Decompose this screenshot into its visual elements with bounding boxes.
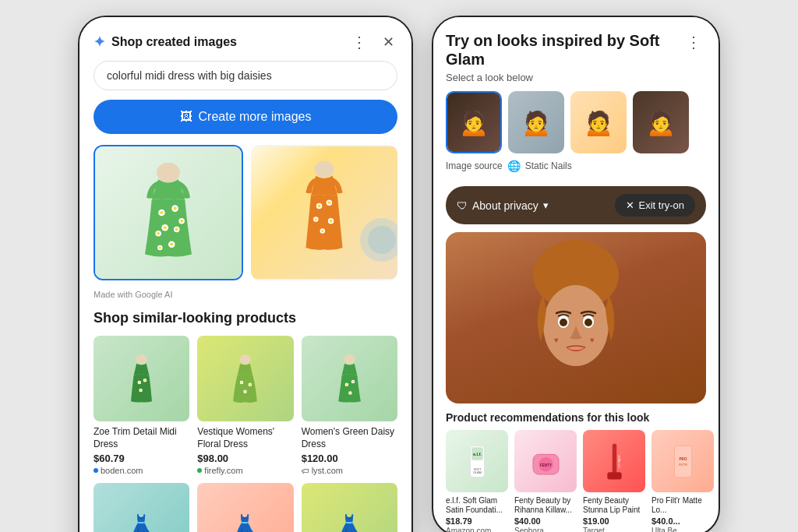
product-name-1: Zoe Trim Detail Midi Dress <box>94 426 189 450</box>
svg-point-50 <box>349 392 351 393</box>
beauty-product-store-3: Target <box>583 527 645 532</box>
svg-point-30 <box>136 354 147 365</box>
right-title: Try on looks inspired by Soft Glam <box>446 31 664 69</box>
look-thumb-1[interactable]: 🙍 <box>446 91 502 153</box>
left-header-title-group: ✦ Shop created images <box>94 33 237 51</box>
product-image-2 <box>197 336 293 421</box>
product-price-2: $98.00 <box>197 453 293 464</box>
product-price-3: $120.00 <box>302 453 397 464</box>
product-store-name-3: lyst.com <box>312 466 343 475</box>
generated-images-grid <box>79 145 411 287</box>
svg-text:GLAM: GLAM <box>473 471 481 474</box>
product-dress-svg-3 <box>332 350 367 408</box>
face-svg: ♥ ♥ <box>498 232 654 403</box>
pro-product-svg: PRO FILT'R <box>662 440 704 483</box>
right-header: Try on looks inspired by Soft Glam ⋮ Sel… <box>433 17 719 186</box>
beauty-product-name-4: Pro Filt'r Matte Lo... <box>651 496 714 515</box>
beauty-product-price-1: $18.79 <box>446 516 508 526</box>
look-thumbnails-row: 🙍 🙍 🙍 🙍 <box>446 91 706 153</box>
look-thumb-face-1: 🙍 <box>458 107 489 137</box>
svg-point-34 <box>144 379 146 381</box>
svg-point-16 <box>180 220 183 223</box>
privacy-bar: 🛡 About privacy ▾ ✕ Exit try-on <box>446 186 706 224</box>
extra-product-card-3[interactable]: 👗 <box>302 483 397 532</box>
product-name-2: Vestique Womens' Floral Dress <box>197 426 293 450</box>
left-header: ✦ Shop created images ⋮ ✕ <box>79 17 411 61</box>
generated-image-orange-dress[interactable] <box>251 145 397 280</box>
beauty-product-store-4: Ulta Be... <box>651 527 714 532</box>
beauty-card-3[interactable]: LIP PAINT Fenty Beauty Stunna Lip Paint … <box>583 430 645 532</box>
svg-text:FILT'R: FILT'R <box>679 463 687 467</box>
right-more-options-button[interactable]: ⋮ <box>683 31 706 53</box>
look-thumb-4[interactable]: 🙍 <box>633 91 689 153</box>
product-name-3: Women's Green Daisy Dress <box>302 426 397 450</box>
generated-image-green-dress[interactable] <box>94 145 243 280</box>
beauty-card-4[interactable]: PRO FILT'R Pro Filt'r Matte Lo... $40.0.… <box>651 430 714 532</box>
svg-point-39 <box>241 381 242 382</box>
beauty-card-2[interactable]: FENTY Fenty Beauty by Rihanna Killaw... … <box>514 430 577 532</box>
svg-point-37 <box>240 354 251 365</box>
svg-text:e.l.f.: e.l.f. <box>472 452 481 456</box>
look-thumb-face-4: 🙍 <box>645 107 676 137</box>
beauty-product-price-4: $40.0... <box>651 516 714 526</box>
store-dot-2 <box>197 468 202 473</box>
look-thumb-face-3: 🙍 <box>583 107 614 137</box>
search-value: colorful midi dress with big daisies <box>107 69 272 82</box>
blue-circle-decoration <box>358 217 397 263</box>
look-thumb-image-4: 🙍 <box>633 91 689 153</box>
image-source-row: Image source 🌐 Static Nails <box>446 160 706 172</box>
more-options-button[interactable]: ⋮ <box>348 31 372 53</box>
svg-point-2 <box>160 211 163 214</box>
svg-point-25 <box>330 220 333 223</box>
look-thumb-image-2: 🙍 <box>508 91 564 153</box>
close-button[interactable]: ✕ <box>380 32 397 52</box>
beauty-product-store-2: Sephora <box>514 527 577 532</box>
green-dress-image <box>95 146 242 279</box>
svg-point-55 <box>560 319 567 326</box>
svg-point-29 <box>368 226 396 254</box>
right-phone: Try on looks inspired by Soft Glam ⋮ Sel… <box>432 16 720 532</box>
svg-point-19 <box>318 205 321 208</box>
left-phone: ✦ Shop created images ⋮ ✕ colorful midi … <box>78 16 413 532</box>
about-privacy-label[interactable]: About privacy <box>472 199 538 212</box>
image-source-name: Static Nails <box>525 160 572 171</box>
product-card-2[interactable]: Vestique Womens' Floral Dress $98.00 fir… <box>197 336 293 475</box>
svg-point-48 <box>352 381 354 382</box>
beauty-image-3: LIP PAINT <box>583 430 645 492</box>
more-products-row: 👗 👗 👗 <box>79 475 411 532</box>
svg-point-4 <box>173 207 176 210</box>
svg-text:LIP PAINT: LIP PAINT <box>617 454 620 468</box>
product-image-1 <box>94 336 189 421</box>
green-dress-svg <box>133 154 203 271</box>
beauty-product-store-1: Amazon.com <box>446 527 508 532</box>
fenty1-product-svg: FENTY <box>524 440 567 483</box>
product-store-name-2: firefly.com <box>204 466 242 475</box>
svg-point-17 <box>314 161 334 178</box>
create-more-images-button[interactable]: 🖼 Create more images <box>94 100 397 134</box>
extra-product-image-2: 👗 <box>197 483 293 532</box>
beauty-product-name-3: Fenty Beauty Stunna Lip Paint <box>583 496 645 515</box>
look-thumb-3[interactable]: 🙍 <box>570 91 627 153</box>
svg-point-6 <box>164 226 167 229</box>
product-dress-svg-1 <box>124 350 159 408</box>
extra-product-card-2[interactable]: 👗 <box>197 483 293 532</box>
extra-product-card-1[interactable]: 👗 <box>94 483 189 532</box>
globe-icon: 🌐 <box>507 160 521 172</box>
svg-point-0 <box>157 163 180 183</box>
svg-text:SOFT: SOFT <box>473 467 482 470</box>
product-card-3[interactable]: Women's Green Daisy Dress $120.00 🏷 lyst… <box>302 336 397 475</box>
exit-tryon-button[interactable]: ✕ Exit try-on <box>615 194 695 217</box>
extra-product-icon-1: 👗 <box>128 513 155 532</box>
beauty-product-name-2: Fenty Beauty by Rihanna Killaw... <box>514 496 577 515</box>
svg-point-21 <box>328 201 331 204</box>
svg-point-46 <box>346 383 348 385</box>
product-card-1[interactable]: Zoe Trim Detail Midi Dress $60.79 boden.… <box>94 336 189 475</box>
product-store-name-1: boden.com <box>101 466 143 475</box>
chevron-down-icon: ▾ <box>543 199 549 211</box>
image-source-label: Image source <box>446 160 503 171</box>
header-actions: ⋮ ✕ <box>348 31 397 53</box>
elf-product-svg: e.l.f. SOFT GLAM <box>456 440 499 483</box>
product-store-2: firefly.com <box>197 466 293 475</box>
beauty-card-1[interactable]: e.l.f. SOFT GLAM e.l.f. Soft Glam Satin … <box>446 430 508 532</box>
look-thumb-2[interactable]: 🙍 <box>508 91 564 153</box>
